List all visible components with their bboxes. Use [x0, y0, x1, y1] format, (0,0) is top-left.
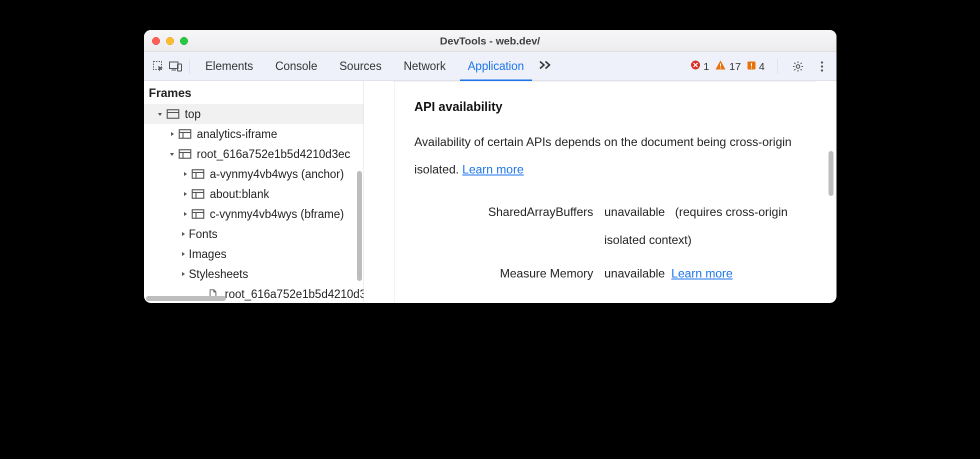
issue-icon [747, 60, 756, 72]
svg-point-20 [820, 65, 823, 68]
api-availability-section: API availability Availability of certain… [394, 81, 816, 303]
section-title: API availability [414, 100, 796, 114]
svg-line-15 [794, 62, 795, 64]
api-row-measurememory: Measure Memory unavailable Learn more [414, 256, 796, 290]
window-icon [166, 108, 180, 120]
tree-item[interactable]: top [144, 104, 364, 124]
error-icon [690, 60, 700, 72]
tree-item[interactable]: Images [144, 244, 364, 264]
svg-rect-9 [751, 68, 752, 68]
panel-tabs: Elements Console Sources Network Applica… [194, 52, 536, 80]
console-status[interactable]: 1 17 4 [690, 60, 765, 72]
tree-item[interactable]: Fonts [144, 224, 364, 244]
svg-line-16 [800, 69, 802, 70]
expand-arrow-icon[interactable] [156, 110, 164, 118]
frame-icon [191, 168, 205, 180]
frames-sidebar: Frames topanalytics-iframeroot_616a752e1… [144, 81, 364, 303]
expand-arrow-icon[interactable] [181, 210, 189, 218]
tree-item[interactable]: Stylesheets [144, 264, 364, 284]
tree-item[interactable]: about:blank [144, 184, 364, 204]
svg-rect-1 [170, 62, 178, 68]
frame-details-panel: API availability Availability of certain… [364, 81, 836, 303]
api-table: SharedArrayBuffers unavailable (requires… [414, 195, 796, 290]
svg-rect-27 [179, 150, 190, 158]
svg-rect-30 [192, 170, 204, 178]
tree-item-label: analytics-iframe [197, 128, 278, 141]
tree-item[interactable]: root_616a752e1b5d4210d3ec [144, 144, 364, 164]
tab-sources[interactable]: Sources [328, 52, 392, 80]
section-description: Availability of certain APIs depends on … [414, 128, 796, 183]
svg-line-18 [800, 62, 802, 64]
frames-tree: topanalytics-iframeroot_616a752e1b5d4210… [144, 104, 364, 303]
sidebar-horizontal-scrollbar[interactable] [146, 296, 226, 301]
learn-more-link[interactable]: Learn more [462, 162, 524, 176]
tree-item-label: top [185, 108, 201, 121]
tab-network[interactable]: Network [392, 52, 456, 80]
frame-icon [191, 208, 205, 220]
tree-item-label: a-vynmy4vb4wys (anchor) [210, 168, 344, 181]
main-vertical-scrollbar[interactable] [828, 151, 834, 196]
learn-more-link[interactable]: Learn more [672, 266, 733, 280]
tree-item-label: Fonts [189, 228, 218, 241]
titlebar: DevTools - web.dev/ [144, 30, 836, 52]
tree-item-label: Images [189, 248, 226, 261]
sidebar-heading: Frames [144, 81, 364, 104]
api-row-sharedarraybuffers: SharedArrayBuffers unavailable (requires… [414, 195, 796, 256]
toolbar: Elements Console Sources Network Applica… [144, 52, 836, 81]
toolbar-divider [777, 59, 778, 74]
svg-rect-24 [179, 130, 190, 138]
tab-console[interactable]: Console [264, 52, 328, 80]
svg-point-19 [820, 61, 823, 64]
tree-item-label: root_616a752e1b5d4210d3ec [197, 148, 350, 161]
expand-arrow-icon[interactable] [181, 170, 189, 178]
frame-icon [178, 148, 192, 160]
svg-point-10 [796, 64, 800, 68]
errors-count[interactable]: 1 [690, 60, 710, 72]
svg-rect-2 [172, 70, 176, 70]
tree-item-label: Stylesheets [189, 268, 248, 281]
svg-rect-22 [167, 110, 178, 118]
more-menu-icon[interactable] [814, 58, 830, 75]
expand-arrow-icon[interactable] [168, 150, 176, 158]
svg-line-17 [794, 69, 795, 70]
expand-arrow-icon[interactable] [179, 230, 187, 238]
tree-item[interactable]: c-vynmy4vb4wys (bframe) [144, 204, 364, 224]
sidebar-vertical-scrollbar[interactable] [357, 171, 362, 281]
toolbar-divider [189, 59, 190, 74]
expand-arrow-icon[interactable] [179, 270, 187, 278]
device-toggle-icon[interactable] [167, 58, 184, 75]
frame-icon [191, 188, 205, 200]
svg-rect-33 [192, 190, 204, 198]
issues-count[interactable]: 4 [747, 60, 765, 72]
frame-icon [178, 128, 192, 140]
window-title: DevTools - web.dev/ [144, 35, 836, 47]
svg-rect-36 [192, 210, 204, 218]
svg-point-21 [820, 69, 823, 72]
svg-rect-6 [720, 68, 721, 68]
svg-rect-8 [751, 63, 752, 66]
svg-rect-5 [720, 64, 721, 66]
tree-item-label: root_616a752e1b5d4210d3 [225, 288, 364, 301]
expand-arrow-icon[interactable] [179, 250, 187, 258]
warnings-count[interactable]: 17 [715, 60, 740, 72]
panel-body: Frames topanalytics-iframeroot_616a752e1… [144, 81, 836, 303]
devtools-window: DevTools - web.dev/ Elements Console Sou… [144, 30, 836, 303]
expand-arrow-icon[interactable] [168, 130, 176, 138]
more-tabs-icon[interactable] [539, 60, 552, 73]
settings-icon[interactable] [790, 58, 806, 75]
tab-elements[interactable]: Elements [194, 52, 264, 80]
tree-item[interactable]: a-vynmy4vb4wys (anchor) [144, 164, 364, 184]
tree-item[interactable]: analytics-iframe [144, 124, 364, 144]
expand-arrow-icon[interactable] [181, 190, 189, 198]
toolbar-right: 1 17 4 [690, 58, 830, 75]
tree-item-label: about:blank [210, 188, 270, 201]
tab-application[interactable]: Application [457, 52, 536, 80]
inspect-element-icon[interactable] [150, 58, 167, 75]
tree-item-label: c-vynmy4vb4wys (bframe) [210, 208, 344, 221]
warning-icon [715, 60, 726, 72]
